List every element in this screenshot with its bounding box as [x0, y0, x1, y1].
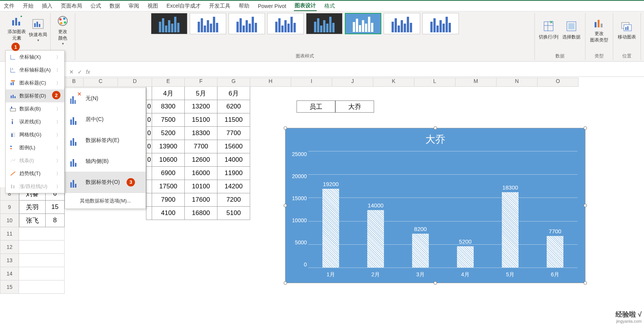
cell[interactable]: 15100: [185, 113, 217, 127]
submenu-center[interactable]: 居中(C): [65, 109, 146, 130]
tab-insert[interactable]: 插入: [41, 2, 53, 11]
cell-E-header[interactable]: 4月: [152, 87, 185, 100]
resize-handle[interactable]: [584, 126, 587, 130]
menu-chart-title[interactable]: 图表标题(C)〉: [6, 76, 64, 89]
cell[interactable]: 0: [146, 127, 152, 140]
col-K[interactable]: K: [373, 78, 414, 87]
resize-handle[interactable]: [284, 281, 287, 285]
submenu-outside-end[interactable]: 数据标签外(O) 3: [65, 172, 146, 193]
cell[interactable]: 6200: [217, 100, 250, 113]
tab-review[interactable]: 审阅: [128, 2, 140, 11]
chart-style-5[interactable]: [306, 13, 343, 34]
tab-layout[interactable]: 页面布局: [60, 2, 83, 11]
plot-area[interactable]: 25000 20000 15000 10000 5000 0 192001400…: [308, 151, 577, 268]
cell[interactable]: [146, 87, 152, 100]
cell[interactable]: 13900: [152, 140, 185, 153]
cell[interactable]: 4100: [152, 207, 185, 220]
col-I[interactable]: I: [291, 78, 332, 87]
cell[interactable]: 14000: [217, 153, 250, 167]
chart-style-2[interactable]: [190, 13, 226, 34]
cell[interactable]: [19, 267, 65, 280]
chart-style-3[interactable]: [228, 13, 265, 34]
cell[interactable]: 11900: [217, 167, 250, 180]
cell[interactable]: 0: [146, 153, 152, 167]
cell[interactable]: 17500: [152, 180, 185, 193]
menu-data-table[interactable]: 数据表(B)〉: [6, 102, 64, 115]
add-chart-element-button[interactable]: 添加图表 元素: [6, 13, 27, 47]
resize-handle[interactable]: [284, 126, 287, 130]
col-J[interactable]: J: [332, 78, 373, 87]
col-O[interactable]: O: [538, 78, 579, 87]
cell[interactable]: 0: [146, 140, 152, 153]
col-H[interactable]: H: [250, 78, 291, 87]
bar[interactable]: 18300: [497, 184, 523, 268]
cell[interactable]: 16800: [185, 207, 217, 220]
cell[interactable]: 17600: [185, 193, 217, 207]
resize-handle[interactable]: [284, 204, 287, 207]
chart-style-7[interactable]: [384, 13, 420, 34]
resize-handle[interactable]: [434, 281, 437, 285]
cell[interactable]: 8300: [152, 100, 185, 113]
bar[interactable]: 14000: [362, 202, 389, 268]
chart-style-8[interactable]: [422, 13, 459, 34]
cell-C10[interactable]: 8: [46, 214, 65, 227]
cell[interactable]: 7700: [185, 140, 217, 153]
row-15[interactable]: 15: [0, 280, 19, 294]
resize-handle[interactable]: [584, 204, 587, 207]
bar[interactable]: 7700: [542, 228, 568, 268]
resize-handle[interactable]: [434, 126, 437, 130]
submenu-more-options[interactable]: 其他数据标签选项(M)...: [65, 193, 146, 209]
cell[interactable]: 18300: [185, 127, 217, 140]
menu-axis-title[interactable]: A坐标轴标题(A)〉: [6, 64, 64, 76]
row-13[interactable]: 13: [0, 254, 19, 267]
cell[interactable]: [19, 241, 65, 254]
cell[interactable]: [19, 227, 65, 241]
row-12[interactable]: 12: [0, 241, 19, 254]
cell[interactable]: [19, 254, 65, 267]
tab-addin[interactable]: Excel自学成才: [166, 2, 201, 11]
cell[interactable]: 14200: [217, 180, 250, 193]
chart-style-1[interactable]: [151, 13, 187, 34]
tab-format[interactable]: 格式: [324, 2, 336, 11]
col-E[interactable]: E: [152, 78, 185, 87]
submenu-inside-end[interactable]: 数据标签内(E): [65, 130, 146, 151]
chart-style-4[interactable]: [267, 13, 304, 34]
formula-bar[interactable]: ✕ ✓ fx: [65, 67, 644, 77]
tab-developer[interactable]: 开发工具: [208, 2, 231, 11]
col-C[interactable]: C: [84, 78, 118, 87]
submenu-none[interactable]: ✕无(N): [65, 88, 146, 109]
cell-B10[interactable]: 张飞: [19, 214, 46, 227]
col-N[interactable]: N: [496, 78, 538, 87]
col-D[interactable]: D: [118, 78, 152, 87]
cancel-icon[interactable]: ✕: [69, 69, 74, 75]
mini-cell-header1[interactable]: 员工: [297, 100, 335, 113]
tab-help[interactable]: 帮助: [238, 2, 250, 11]
cell[interactable]: 11500: [217, 113, 250, 127]
cell[interactable]: 0: [146, 113, 152, 127]
col-G[interactable]: G: [217, 78, 250, 87]
menu-trendline[interactable]: 趋势线(T)〉: [6, 167, 64, 180]
cell[interactable]: 10100: [185, 180, 217, 193]
move-chart-button[interactable]: 移动图表: [616, 13, 638, 47]
cell-F-header[interactable]: 5月: [185, 87, 217, 100]
col-M[interactable]: M: [455, 78, 496, 87]
cell[interactable]: 5100: [217, 207, 250, 220]
col-L[interactable]: L: [414, 78, 455, 87]
row-10[interactable]: 10: [0, 214, 19, 227]
row-14[interactable]: 14: [0, 267, 19, 280]
cell-G-header[interactable]: 6月: [217, 87, 250, 100]
tab-powerpivot[interactable]: Power Pivot: [257, 2, 287, 10]
cell[interactable]: 15600: [217, 140, 250, 153]
menu-error-bars[interactable]: 误差线(E)〉: [6, 115, 64, 128]
mini-cell-header2[interactable]: 大乔: [335, 100, 374, 113]
cell[interactable]: [146, 180, 152, 193]
menu-legend[interactable]: 图例(L)〉: [6, 141, 64, 154]
bar[interactable]: 8200: [407, 226, 434, 268]
row-11[interactable]: 11: [0, 227, 19, 241]
row-9[interactable]: 9: [0, 201, 19, 214]
cell[interactable]: 0: [146, 100, 152, 113]
cell[interactable]: 7500: [152, 113, 185, 127]
cell-B9[interactable]: 关羽: [19, 201, 46, 214]
col-F[interactable]: F: [185, 78, 217, 87]
cell[interactable]: 7900: [152, 193, 185, 207]
